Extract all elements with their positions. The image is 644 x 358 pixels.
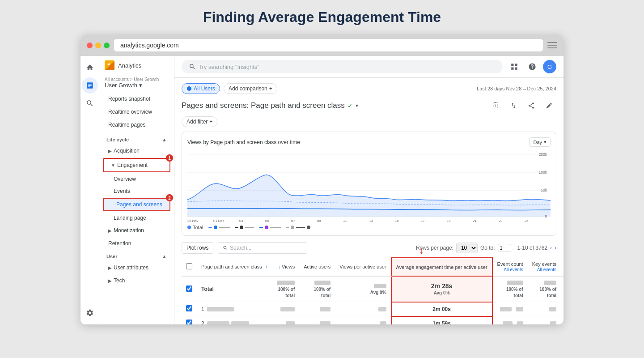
settings-bottom-icon[interactable] xyxy=(82,305,98,321)
total-views-cell: 100% of total xyxy=(272,276,299,302)
search-icon[interactable] xyxy=(82,95,98,111)
all-users-chip[interactable]: All Users xyxy=(182,83,220,94)
ga-logo xyxy=(105,60,114,70)
plot-rows-button[interactable]: Plot rows xyxy=(182,242,213,254)
go-to-input[interactable] xyxy=(498,244,511,252)
address-bar[interactable]: analytics.google.com xyxy=(114,39,543,51)
table-row: 1 2m 00s xyxy=(182,302,564,316)
nav-realtime-overview[interactable]: Realtime overview xyxy=(101,106,172,118)
table-search-input[interactable]: Search... xyxy=(218,242,307,254)
property-name[interactable]: User Growth ▾ xyxy=(105,82,169,89)
legend-item-2 xyxy=(235,225,254,230)
help-icon[interactable] xyxy=(525,60,539,74)
total-checkbox[interactable] xyxy=(186,286,192,292)
nav-events[interactable]: Events xyxy=(101,185,172,197)
svg-text:07: 07 xyxy=(291,219,295,222)
pagination-next[interactable]: › xyxy=(555,245,556,251)
data-table: Page path and screen class + ↓ Views Act… xyxy=(182,257,564,324)
table-row-total: Total 100% of total 100% of total xyxy=(182,276,564,302)
lifecycle-expand-icon[interactable]: ▲ xyxy=(162,137,167,142)
app-name-label: Analytics xyxy=(118,62,141,69)
th-event-count: Event count All events xyxy=(492,258,528,276)
user-expand-icon[interactable]: ▲ xyxy=(162,254,167,259)
verified-icon: ✓ xyxy=(347,102,353,109)
add-filter-button[interactable]: Add filter + xyxy=(182,116,217,127)
user-avatar[interactable]: G xyxy=(543,60,556,73)
sidebar-header: Analytics xyxy=(99,56,174,75)
nav-overview[interactable]: Overview xyxy=(101,173,172,185)
add-metric-icon[interactable]: + xyxy=(265,264,268,269)
nav-retention[interactable]: Retention xyxy=(101,237,172,250)
svg-text:13: 13 xyxy=(369,219,373,222)
nav-pages-screens[interactable]: Pages and screens xyxy=(104,199,169,210)
pagination-prev[interactable]: ‹ xyxy=(550,245,552,251)
home-icon[interactable] xyxy=(82,60,98,76)
pages-screens-container: Pages and screens 2 xyxy=(103,198,170,211)
browser-window: analytics.google.com xyxy=(80,34,564,324)
report-area: All Users Add comparison + Last 28 days … xyxy=(174,78,564,324)
row2-avg-engagement: 1m 59s xyxy=(391,316,492,325)
add-comparison-button[interactable]: Add comparison + xyxy=(224,83,277,94)
row1-checkbox[interactable] xyxy=(186,305,192,311)
edit-icon[interactable] xyxy=(542,98,556,113)
nav-tech[interactable]: ▶ Tech xyxy=(101,274,172,287)
filter-bar: Add filter + xyxy=(182,116,556,127)
pages-screens-badge: 2 xyxy=(166,194,173,201)
nav-engagement[interactable]: ▼ Engagement xyxy=(104,159,169,171)
view-toggle-icon[interactable] xyxy=(488,98,503,113)
svg-text:15: 15 xyxy=(395,219,399,222)
svg-text:17: 17 xyxy=(421,219,425,222)
compare-icon[interactable] xyxy=(506,98,521,113)
tech-arrow: ▶ xyxy=(108,278,112,283)
grid-icon[interactable] xyxy=(507,60,521,74)
red-arrow-indicator: ↓ xyxy=(419,244,424,256)
page-title: Finding Average Engagement Time xyxy=(203,9,441,26)
th-avg-engagement: Average engagement time per active user xyxy=(391,258,492,276)
user-attributes-arrow: ▶ xyxy=(108,265,112,270)
svg-text:01 Dec: 01 Dec xyxy=(213,219,225,222)
top-bar-icons: G xyxy=(507,60,556,74)
close-button[interactable] xyxy=(87,43,93,48)
traffic-lights xyxy=(87,43,110,48)
hamburger-icon[interactable] xyxy=(547,42,557,48)
nav-realtime-pages[interactable]: Realtime pages xyxy=(101,119,172,131)
maximize-button[interactable] xyxy=(104,43,110,48)
account-path: All accounts > User Growth xyxy=(105,77,169,82)
lifecycle-section-label: Life cycle ▲ xyxy=(99,133,174,144)
svg-text:23: 23 xyxy=(499,219,503,222)
date-range[interactable]: Last 28 days Nov 28 – Dec 25, 2024 xyxy=(477,86,556,91)
search-placeholder: Try searching "Insights" xyxy=(199,64,259,70)
nav-user-attributes[interactable]: ▶ User attributes xyxy=(101,261,172,274)
chart-header: Views by Page path and screen class over… xyxy=(187,137,551,147)
reports-icon[interactable] xyxy=(82,77,98,94)
th-views[interactable]: ↓ Views xyxy=(272,258,299,276)
legend-item-4 xyxy=(286,225,310,230)
sidebar-nav-content: Analytics All accounts > User Growth Use… xyxy=(99,56,174,324)
row2-checkbox[interactable] xyxy=(186,320,192,324)
select-all-checkbox[interactable] xyxy=(186,263,192,269)
row1-num: 1 xyxy=(197,302,272,316)
nav-reports-snapshot[interactable]: Reports snapshot xyxy=(101,93,172,105)
minimize-button[interactable] xyxy=(95,43,101,48)
th-active-users: Active users xyxy=(299,258,335,276)
svg-text:200k: 200k xyxy=(538,152,547,157)
engagement-container: ▼ Engagement 1 xyxy=(103,158,170,172)
nav-monetization[interactable]: ▶ Monetization xyxy=(101,224,172,237)
rows-per-page-control: Rows per page: 10 25 50 Go to: 1-10 of 3… xyxy=(416,243,556,253)
nav-acquisition[interactable]: ▶ Acquisition xyxy=(101,145,172,157)
title-dropdown[interactable]: ▾ xyxy=(356,102,358,109)
svg-text:05: 05 xyxy=(265,219,269,222)
search-bar[interactable]: Try searching "Insights" xyxy=(182,60,503,73)
nav-landing-page[interactable]: Landing page xyxy=(101,212,172,224)
app-content: Analytics All accounts > User Growth Use… xyxy=(80,56,564,324)
monetization-arrow: ▶ xyxy=(108,228,112,233)
svg-point-0 xyxy=(187,86,191,91)
th-key-events: Key events All events xyxy=(528,258,561,276)
rows-per-page-select[interactable]: 10 25 50 xyxy=(456,243,478,253)
share-icon[interactable] xyxy=(524,98,538,113)
row2-cell: 2 xyxy=(197,316,272,325)
svg-text:100k: 100k xyxy=(538,170,547,175)
report-header: Pages and screens: Page path and screen … xyxy=(182,98,556,113)
day-selector[interactable]: Day ▾ xyxy=(529,137,551,147)
engagement-badge: 1 xyxy=(166,154,173,162)
